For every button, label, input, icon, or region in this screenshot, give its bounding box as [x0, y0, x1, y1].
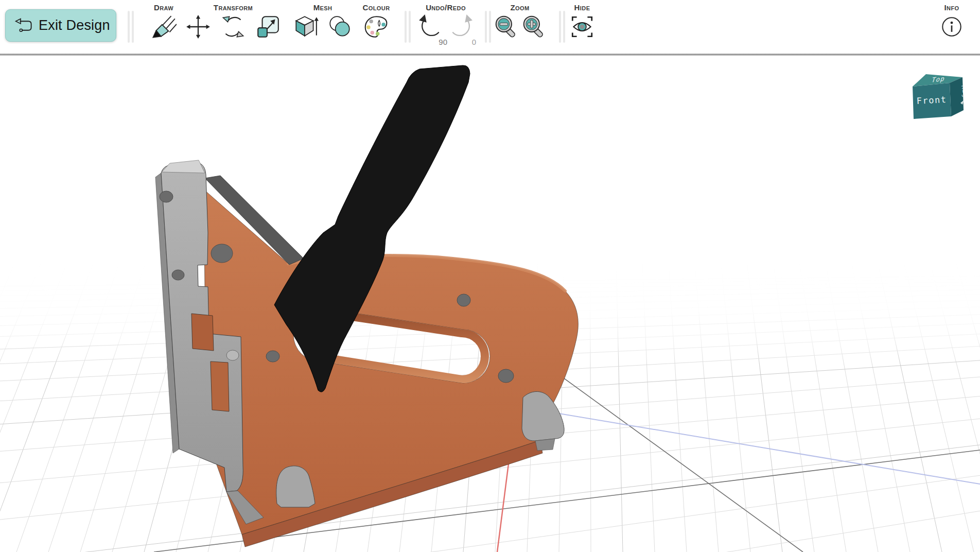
- selfcad-app: { "toolbar": { "exit_button": { "label":…: [0, 0, 980, 552]
- palette-button[interactable]: [363, 14, 389, 40]
- nav-cube-face-right[interactable]: [950, 77, 964, 116]
- move-icon: [185, 14, 211, 40]
- zoom-out-button[interactable]: [493, 14, 519, 40]
- mesh-boolean-icon: [327, 14, 353, 40]
- draw-pencil-icon: [151, 14, 177, 40]
- scene-canvas: Top Front Right: [0, 56, 980, 552]
- exit-design-label: Exit Design: [39, 18, 110, 33]
- toolbar-group-undo-redo: Undo/Redo 90 0: [417, 0, 474, 40]
- model-rear-foot: [522, 391, 564, 441]
- undo-button[interactable]: 90: [417, 14, 443, 40]
- info-icon: [939, 14, 965, 40]
- group-label-info: Info: [939, 3, 965, 12]
- toolbar-group-draw: Draw: [151, 0, 177, 40]
- zoom-out-icon: [493, 14, 519, 40]
- scale-button[interactable]: [255, 14, 281, 40]
- toolbar-group-zoom: Zoom: [493, 0, 547, 40]
- toolbar-divider: [132, 11, 134, 43]
- palette-icon: [363, 14, 389, 40]
- exit-return-arrow-icon: [13, 16, 32, 36]
- move-button[interactable]: [185, 14, 211, 40]
- info-button[interactable]: [939, 14, 965, 40]
- rotate-button[interactable]: [220, 14, 246, 40]
- mesh-boolean-button[interactable]: [327, 14, 353, 40]
- redo-icon: [448, 14, 474, 40]
- hide-button[interactable]: [569, 14, 595, 40]
- toolbar-divider: [405, 11, 407, 43]
- redo-count: 0: [472, 38, 476, 46]
- hide-eye-icon: [569, 14, 595, 40]
- model-plate-window: [191, 314, 214, 351]
- toolbar-divider: [485, 11, 487, 43]
- zoom-in-button[interactable]: [521, 14, 547, 40]
- model-rear-foot-side: [535, 439, 555, 451]
- group-label-draw: Draw: [151, 3, 177, 12]
- draw-pencil-button[interactable]: [151, 14, 177, 40]
- model-bracket-pin: [226, 350, 239, 360]
- group-label-hide: Hide: [569, 3, 595, 12]
- toolbar-group-mesh: Mesh: [293, 0, 353, 40]
- toolbar-divider: [128, 11, 130, 43]
- scale-icon: [255, 14, 281, 40]
- toolbar: Exit Design Draw Transform: [0, 0, 980, 54]
- mesh-cube-button[interactable]: [293, 14, 319, 40]
- model-staple-gun[interactable]: [155, 65, 578, 547]
- exit-design-button[interactable]: Exit Design: [5, 9, 116, 42]
- rotate-icon: [220, 14, 246, 40]
- toolbar-separator: [0, 54, 980, 56]
- group-label-zoom: Zoom: [493, 3, 547, 12]
- toolbar-divider: [563, 11, 565, 43]
- group-label-mesh: Mesh: [293, 3, 353, 12]
- undo-count: 90: [439, 38, 447, 46]
- redo-button[interactable]: 0: [448, 14, 474, 40]
- group-label-transform: Transform: [185, 3, 281, 12]
- viewport-3d[interactable]: Top Front Right: [0, 56, 980, 552]
- zoom-in-icon: [521, 14, 547, 40]
- nav-cube-front-label: Front: [916, 94, 947, 106]
- undo-icon: [417, 14, 443, 40]
- model-plate-window: [211, 361, 229, 411]
- toolbar-divider: [409, 11, 411, 43]
- toolbar-group-hide: Hide: [569, 0, 595, 40]
- mesh-cube-icon: [293, 14, 319, 40]
- toolbar-group-colour: Colour: [363, 0, 390, 40]
- toolbar-group-transform: Transform: [185, 0, 281, 40]
- toolbar-divider: [489, 11, 491, 43]
- group-label-undo-redo: Undo/Redo: [417, 3, 474, 12]
- group-label-colour: Colour: [363, 3, 390, 12]
- model-plate-top-bevel: [162, 160, 205, 173]
- view-navigation-cube[interactable]: Top Front Right: [913, 74, 971, 119]
- toolbar-group-info: Info: [939, 0, 965, 40]
- toolbar-divider: [559, 11, 561, 43]
